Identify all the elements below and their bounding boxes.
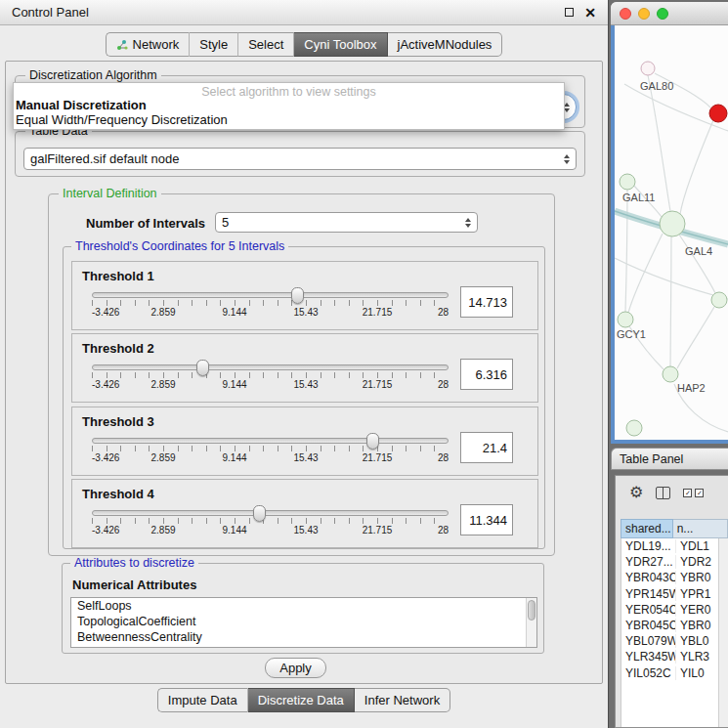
table-panel-title: Table Panel	[620, 452, 683, 466]
tab-network[interactable]: Network	[106, 32, 191, 57]
list-item[interactable]: SelfLoops	[71, 598, 536, 614]
table-row[interactable]: YPR145WYPR1	[621, 586, 718, 602]
interval-definition-label: Interval Definition	[59, 187, 161, 200]
network-node[interactable]	[711, 292, 727, 308]
tab-jactivemodules[interactable]: jActiveMNodules	[388, 32, 503, 57]
tab-style[interactable]: Style	[190, 32, 238, 57]
network-node[interactable]	[663, 366, 678, 382]
slider-track[interactable]	[92, 292, 449, 298]
column-header-shared-name[interactable]: shared...	[621, 519, 673, 538]
dropdown-item-manual-discretization[interactable]: Manual Discretization	[14, 98, 564, 112]
threshold-3-value-field[interactable]: 21.4	[460, 432, 513, 463]
slider-ticks	[92, 372, 449, 378]
table-row[interactable]: YDR27...YDR2	[621, 554, 718, 570]
table-row[interactable]: YBL079WYBL0	[621, 633, 718, 649]
threshold-4-value-field[interactable]: 11.344	[460, 504, 513, 535]
dropdown-item-equal-width[interactable]: Equal Width/Frequency Discretization	[14, 112, 564, 127]
numerical-attributes-label: Numerical Attributes	[72, 578, 196, 592]
threshold-3-label: Threshold 3	[82, 414, 154, 429]
dropdown-header: Select algorithm to view settings	[14, 83, 564, 98]
attributes-group: Attributes to discretize Numerical Attri…	[62, 563, 544, 654]
number-of-intervals-value: 5	[222, 215, 229, 230]
list-item[interactable]: TopologicalCoefficient	[71, 614, 536, 629]
slider-thumb[interactable]	[253, 505, 266, 522]
slider-thumb[interactable]	[291, 287, 304, 304]
table-scrollbar[interactable]	[718, 538, 728, 727]
threshold-4-slider[interactable]: -3.4262.8599.14415.4321.71528	[92, 510, 449, 536]
table-row[interactable]: YDL19...YDL1	[621, 538, 718, 554]
slider-scale: -3.4262.8599.14415.4321.71528	[92, 307, 449, 319]
slider-track[interactable]	[92, 438, 449, 444]
network-node[interactable]	[626, 420, 642, 436]
tab-discretize-data[interactable]: Discretize Data	[248, 688, 355, 712]
slider-track[interactable]	[92, 510, 449, 516]
list-scrollbar[interactable]	[526, 598, 536, 647]
apply-button[interactable]: Apply	[265, 658, 326, 678]
checkbox-icon[interactable]: ✓	[683, 489, 692, 497]
slider-ticks	[92, 300, 449, 306]
select-columns-icons[interactable]: ✓ ✓	[683, 489, 704, 497]
table-panel-titlebar[interactable]: Table Panel	[611, 448, 728, 470]
network-node-selected[interactable]	[709, 105, 727, 122]
interval-definition-group: Interval Definition Number of Intervals …	[48, 193, 555, 556]
thresholds-group-label: Threshold's Coordinates for 5 Intervals	[71, 239, 288, 253]
network-view-window: GAL80 GAL11 GAL4 GCY1 HAP2	[611, 2, 728, 444]
network-canvas[interactable]: GAL80 GAL11 GAL4 GCY1 HAP2	[611, 25, 728, 444]
minimize-traffic-light-icon[interactable]	[638, 8, 650, 20]
close-icon[interactable]: ✕	[584, 6, 596, 20]
network-node[interactable]	[618, 312, 633, 327]
table-panel-window: ⚙ ✓ ✓ shared... n... YDL19...YDL1 YDR27.…	[615, 475, 728, 728]
float-window-icon[interactable]	[565, 8, 574, 17]
node-label: GAL80	[640, 80, 673, 92]
table-row[interactable]: YBR043CYBR0	[621, 570, 718, 585]
network-tab-icon	[116, 39, 128, 51]
network-node[interactable]	[620, 174, 635, 190]
numerical-attributes-list[interactable]: SelfLoops TopologicalCoefficient Between…	[70, 597, 537, 648]
column-header-name[interactable]: n...	[673, 519, 728, 538]
threshold-1-label: Threshold 1	[82, 269, 154, 283]
zoom-traffic-light-icon[interactable]	[657, 8, 668, 20]
slider-scale: -3.4262.8599.14415.4321.71528	[92, 452, 449, 464]
number-of-intervals-select[interactable]: 5	[215, 212, 478, 233]
tab-cyni-toolbox[interactable]: Cyni Toolbox	[294, 32, 387, 57]
scrollbar-thumb[interactable]	[528, 600, 535, 621]
threshold-3-panel: Threshold 3 -3.4262.8599.14415.4321.7152…	[71, 407, 538, 476]
slider-ticks	[92, 518, 449, 524]
network-node[interactable]	[660, 211, 685, 236]
combo-stepper-icon	[458, 218, 471, 228]
table-data-select[interactable]: galFiltered.sif default node	[23, 148, 577, 170]
tab-infer-network[interactable]: Infer Network	[355, 688, 450, 712]
network-window-titlebar[interactable]	[611, 2, 728, 25]
slider-ticks	[92, 446, 449, 451]
threshold-3-slider[interactable]: -3.4262.8599.14415.4321.71528	[92, 438, 449, 464]
slider-thumb[interactable]	[366, 433, 379, 450]
bottom-tabstrip: Impute Data Discretize Data Infer Networ…	[0, 688, 608, 712]
slider-track[interactable]	[92, 364, 449, 370]
attributes-group-label: Attributes to discretize	[70, 556, 198, 570]
gear-icon[interactable]: ⚙	[629, 485, 643, 500]
threshold-2-slider[interactable]: -3.4262.8599.14415.4321.71528	[92, 364, 449, 391]
number-of-intervals-label: Number of Intervals	[86, 216, 205, 231]
checkbox-icon[interactable]: ✓	[695, 489, 704, 497]
threshold-1-value-field[interactable]: 14.713	[460, 286, 513, 318]
table-row[interactable]: YBR045CYBR0	[621, 618, 718, 633]
window-title: Control Panel	[12, 5, 89, 20]
discretization-algorithm-label: Discretization Algorithm	[25, 68, 161, 82]
tab-impute-data[interactable]: Impute Data	[157, 688, 248, 712]
slider-thumb[interactable]	[196, 360, 209, 376]
columns-icon[interactable]	[656, 487, 670, 499]
table-row[interactable]: YIL052CYIL0	[621, 665, 718, 681]
tab-select[interactable]: Select	[238, 32, 294, 57]
combo-stepper-icon	[557, 154, 570, 164]
close-traffic-light-icon[interactable]	[620, 8, 631, 20]
node-label: HAP2	[677, 382, 706, 394]
threshold-1-slider[interactable]: -3.4262.8599.14415.4321.71528	[92, 292, 449, 319]
threshold-2-value-field[interactable]: 6.316	[460, 359, 513, 390]
control-panel-titlebar: Control Panel ✕	[0, 0, 608, 25]
network-node[interactable]	[641, 62, 655, 75]
list-item[interactable]: BetweennessCentrality	[71, 629, 536, 645]
cyni-toolbox-panel: Discretization Algorithm Table Data galF…	[5, 61, 603, 684]
table-row[interactable]: YER054CYER0	[621, 602, 718, 618]
top-tabstrip: Network Style Select Cyni Toolbox jActiv…	[0, 32, 608, 57]
table-row[interactable]: YLR345WYLR3	[621, 649, 718, 664]
